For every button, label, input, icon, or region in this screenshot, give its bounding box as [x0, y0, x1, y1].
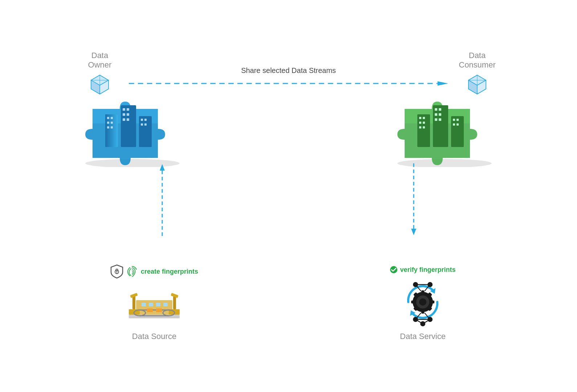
fingerprint-create-icon — [126, 265, 138, 278]
svg-rect-37 — [433, 105, 448, 147]
svg-rect-27 — [123, 113, 125, 116]
svg-rect-40 — [423, 117, 425, 119]
svg-rect-31 — [141, 119, 143, 121]
share-arrow-label: Share selected Data Streams — [241, 66, 336, 75]
svg-rect-19 — [107, 117, 109, 119]
svg-rect-41 — [419, 122, 421, 124]
svg-rect-87 — [421, 309, 424, 314]
svg-rect-16 — [105, 114, 118, 147]
svg-rect-39 — [419, 117, 421, 119]
svg-rect-79 — [163, 303, 168, 306]
shield-icon — [110, 264, 123, 279]
svg-rect-21 — [107, 122, 109, 124]
data-consumer-cube-icon — [466, 73, 489, 96]
svg-rect-48 — [439, 113, 441, 116]
right-puzzle-block — [383, 94, 506, 167]
svg-rect-76 — [142, 303, 146, 306]
svg-marker-56 — [160, 164, 165, 171]
svg-rect-78 — [156, 303, 160, 306]
svg-rect-52 — [457, 119, 459, 121]
svg-rect-44 — [423, 126, 425, 128]
svg-rect-36 — [417, 114, 430, 147]
diagram-inner: Data Owner Share selected Data Streams — [71, 51, 506, 341]
left-puzzle-icon — [78, 94, 187, 167]
svg-rect-17 — [121, 105, 136, 147]
svg-rect-26 — [127, 108, 129, 111]
top-row: Data Owner Share selected Data Streams — [71, 51, 506, 96]
data-owner-cube-icon — [88, 73, 111, 96]
svg-rect-30 — [127, 118, 129, 121]
svg-marker-58 — [411, 229, 416, 235]
left-vertical-arrow — [157, 163, 168, 236]
svg-rect-28 — [127, 113, 129, 116]
data-consumer-label: Data Consumer — [459, 51, 495, 70]
bottom-right-block: verify fingerprints — [368, 266, 477, 341]
svg-rect-74 — [147, 309, 153, 312]
right-vertical-arrow — [408, 163, 419, 236]
share-arrow-area: Share selected Data Streams — [129, 59, 448, 88]
svg-rect-75 — [156, 309, 162, 312]
svg-rect-89 — [430, 301, 434, 303]
verify-check-icon — [390, 266, 398, 274]
svg-point-85 — [419, 298, 426, 306]
data-owner-label: Data Owner — [88, 51, 112, 70]
svg-rect-34 — [144, 123, 147, 126]
svg-rect-45 — [435, 108, 437, 111]
right-puzzle-icon — [390, 94, 499, 167]
left-connector — [157, 163, 168, 237]
svg-rect-88 — [411, 301, 416, 303]
svg-rect-20 — [111, 117, 113, 119]
data-source-label: Data Source — [132, 332, 176, 341]
svg-rect-51 — [453, 119, 455, 121]
svg-rect-86 — [421, 290, 424, 295]
svg-rect-43 — [419, 126, 421, 128]
right-connector — [408, 163, 419, 237]
svg-rect-63 — [136, 300, 172, 315]
verify-fingerprint-area: verify fingerprints — [390, 266, 455, 274]
svg-marker-7 — [438, 81, 448, 86]
bottom-left-block: create fingerprints — [100, 264, 209, 341]
svg-rect-53 — [453, 123, 455, 126]
middle-row — [71, 94, 506, 167]
svg-rect-22 — [111, 122, 113, 124]
svg-rect-33 — [141, 123, 143, 126]
shield-fingerprint-area: create fingerprints — [110, 264, 198, 279]
diagram-container: Data Owner Share selected Data Streams — [0, 0, 577, 392]
svg-rect-50 — [439, 118, 441, 121]
svg-rect-77 — [149, 303, 153, 306]
data-service-label: Data Service — [400, 332, 446, 341]
svg-rect-42 — [423, 122, 425, 124]
create-fingerprints-label: create fingerprints — [141, 268, 198, 275]
data-owner-block: Data Owner — [71, 51, 129, 96]
verify-fingerprints-label: verify fingerprints — [400, 266, 455, 274]
data-consumer-block: Data Consumer — [448, 51, 506, 96]
share-arrow-line — [129, 79, 448, 88]
svg-rect-47 — [435, 113, 437, 116]
factory-icon — [125, 280, 183, 327]
data-service-icon — [397, 277, 448, 327]
svg-rect-49 — [435, 118, 437, 121]
svg-rect-32 — [144, 119, 147, 121]
svg-rect-24 — [111, 126, 113, 128]
svg-rect-23 — [107, 126, 109, 128]
svg-rect-29 — [123, 118, 125, 121]
svg-rect-54 — [457, 123, 459, 126]
svg-rect-46 — [439, 108, 441, 111]
svg-rect-25 — [123, 108, 125, 111]
left-puzzle-block — [71, 94, 194, 167]
